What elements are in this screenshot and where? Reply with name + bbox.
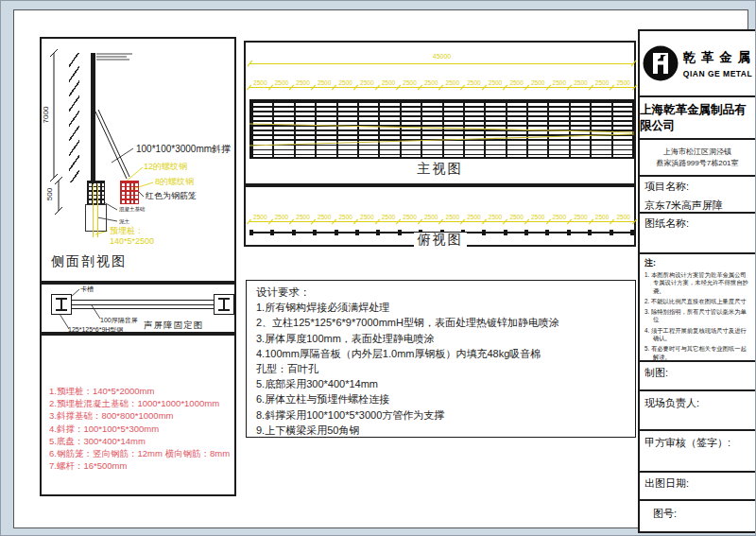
design-requirements-title: 设计要求： (256, 285, 635, 300)
drawing-name-cell: 图纸名称: (640, 214, 755, 254)
maker-label: 制图: (644, 366, 750, 380)
side-view-title: 侧面剖视图 (51, 254, 127, 268)
dim-500: 500 (45, 188, 54, 200)
dimension-label: 2500 (292, 213, 314, 221)
address-cell: 上海市松江区洞泾镇 蔡家浜路999号7栋201室 (640, 140, 755, 177)
brand-text: 乾 革 金 属 QIAN GE METAL (683, 49, 752, 78)
note-item: 5. 有必要时可与其它相关专业图纸一起解读。 (644, 345, 750, 361)
slot-label: 卡槽 (80, 285, 94, 293)
dimension-label: 2500 (506, 213, 527, 221)
foundation-label: 混凝土基础 (119, 206, 146, 212)
dimension-label: 2500 (399, 78, 421, 87)
pile-label-line1: 预埋桩： (110, 227, 144, 236)
rebar-cage-section (87, 181, 105, 204)
requirement-line: 3.屏体厚度100mm，表面处理静电喷涂 (256, 331, 635, 346)
dimension-label: 2500 (612, 78, 634, 87)
date-cell: 出图日期: (640, 473, 755, 501)
cage-label: 红色为钢筋笼 (146, 192, 197, 201)
spec-line: 4.斜撑：100*100*5*300mm (49, 423, 234, 435)
brand-name-cn: 乾 革 金 属 (683, 49, 752, 66)
date-label: 出图日期: (644, 476, 750, 491)
dimension-label: 2500 (592, 213, 613, 221)
project-name-label: 项目名称: (644, 180, 750, 194)
dimension-label: 2500 (356, 78, 378, 87)
drawing-sheet: 7000 500 100*100*3000mm斜撑 12的螺纹钢 8的螺纹钢 红… (13, 9, 748, 528)
main-view-dimension-chain: 2500250025002500250025002500250025002500… (249, 78, 634, 88)
maker-cell: 制图: (640, 362, 755, 391)
requirement-line: 孔型：百叶孔 (256, 361, 635, 376)
soil-label: 泥土 (119, 218, 129, 224)
note-item: 4. 须于工程开展前复核现场尺寸及进行确认。 (644, 327, 750, 343)
dimension-label: 2500 (527, 213, 549, 221)
spec-line: 7.螺杆：16*500mm (49, 459, 234, 472)
dimension-label: 2500 (314, 213, 335, 221)
wall-hatch-line (69, 53, 79, 182)
requirement-line: 6.屏体立柱与预埋件螺栓连接 (256, 391, 635, 406)
pile-line-left (93, 184, 94, 237)
brace-label: 100*100*3000mm斜撑 (136, 144, 231, 154)
h-beam-symbol-left (51, 294, 72, 315)
dimension-label: 2500 (485, 213, 507, 221)
qiange-logo-icon (643, 45, 679, 81)
design-requirements-list: 1.所有钢构焊接必须满焊处理2、立柱125*125*6*9*7000mmH型钢，… (256, 300, 635, 438)
requirement-line: 8.斜撑采用100*100*5*3000方管作为支撑 (256, 407, 635, 423)
dimension-label: 2500 (335, 213, 356, 221)
dimension-label: 2500 (485, 78, 507, 87)
dimension-label: 2500 (378, 213, 400, 221)
main-view-box: 45000 2500250025002500250025002500250025… (244, 41, 636, 185)
fixing-view-box: 卡槽 100厚隔音屏 125*125*6*9H型钢 声屏障固定图 (40, 283, 236, 334)
top-view-box: 2500250025002500250025002500250025002500… (244, 185, 636, 247)
fixing-view-title: 声屏障固定图 (144, 320, 203, 330)
notes-list: 1. 本图所构设计方案皆为乾革金属公司专属设计方案，未经允许不得擅自抄袭。2. … (644, 271, 750, 361)
address-line-2: 蔡家浜路999号7栋201室 (656, 158, 738, 169)
notes-title: 注: (644, 257, 750, 269)
project-name-cell: 项目名称: 京东7米高声屏障 (640, 177, 755, 214)
spec-list-box: 1.预埋桩：140*5*2000mm2.预埋桩混凝土基础：1000*1000*1… (40, 334, 236, 496)
company-cell: 上海乾革金属制品有限公司 (640, 97, 755, 140)
dimension-label: 2500 (549, 213, 571, 221)
pile-label-line2: 140*5*2500 (110, 237, 154, 247)
dimension-label: 2500 (356, 213, 378, 221)
dimension-label: 2500 (292, 78, 314, 87)
dimension-label: 2500 (463, 78, 485, 87)
total-dimension-label: 45000 (429, 52, 455, 61)
drawing-name-label: 图纸名称: (644, 216, 750, 231)
notes-cell: 注: 1. 本图所构设计方案皆为乾革金属公司专属设计方案，未经允许不得擅自抄袭。… (640, 254, 755, 362)
requirement-line: 4.100mm厚隔音板（内外层1.0mm厚钢板）内填充48kg吸音棉 (256, 346, 635, 361)
dim-7000: 7000 (42, 107, 50, 124)
dimension-label: 2500 (441, 78, 463, 87)
dimension-label: 2500 (271, 213, 293, 221)
dimension-label: 2500 (335, 78, 356, 87)
requirement-line: 2、立柱125*125*6*9*7000mmH型钢，表面处理热镀锌加静电喷涂 (256, 315, 635, 330)
review-label: 甲方审核（签字）: (644, 436, 750, 450)
note-item: 2. 不能以比例尺直接在图纸上量度尺寸 (644, 298, 750, 305)
top-view-dimension-chain: 2500250025002500250025002500250025002500… (249, 213, 634, 222)
dimension-label: 2500 (421, 78, 442, 87)
design-requirements-box: 设计要求： 1.所有钢构焊接必须满焊处理2、立柱125*125*6*9*7000… (246, 280, 636, 438)
total-dimension-line: 45000 (249, 56, 634, 64)
dimension-label: 2500 (506, 78, 527, 87)
company-name: 上海乾革金属制品有限公司 (640, 102, 755, 134)
drawing-number-label: 图号: (653, 507, 755, 521)
pile-line-right (97, 184, 98, 237)
title-block: 乾 革 金 属 QIAN GE METAL 上海乾革金属制品有限公司 上海市松江… (638, 29, 756, 533)
site-manager-cell: 现场负责人: (640, 391, 755, 431)
rebar12-label: 12的螺纹钢 (144, 163, 187, 172)
side-profile-view-box: 7000 500 100*100*3000mm斜撑 12的螺纹钢 8的螺纹钢 红… (40, 37, 236, 283)
dimension-label: 2500 (592, 78, 613, 87)
spec-line: 2.预埋桩混凝土基础：1000*1000*1000mm (49, 397, 234, 409)
requirement-line: 1.所有钢构焊接必须满焊处理 (256, 300, 635, 315)
top-view-title: 俯视图 (414, 233, 467, 247)
dimension-label: 2500 (378, 78, 400, 87)
note-item: 1. 本图所构设计方案皆为乾革金属公司专属设计方案，未经允许不得擅自抄袭。 (644, 271, 750, 295)
dimension-label: 2500 (612, 213, 634, 221)
rebar8-label: 8的螺纹钢 (155, 178, 194, 187)
red-rebar-cage-section (120, 181, 139, 204)
h-beam-post (91, 53, 95, 181)
sound-panel-lines (72, 300, 214, 309)
dimension-label: 2500 (314, 78, 335, 87)
dimension-label: 2500 (570, 78, 592, 87)
requirement-line: 5.底部采用300*400*14mm (256, 376, 635, 391)
spec-line: 3.斜撑基础：800*800*1000mm (49, 409, 234, 422)
dimension-label: 2500 (527, 78, 549, 87)
